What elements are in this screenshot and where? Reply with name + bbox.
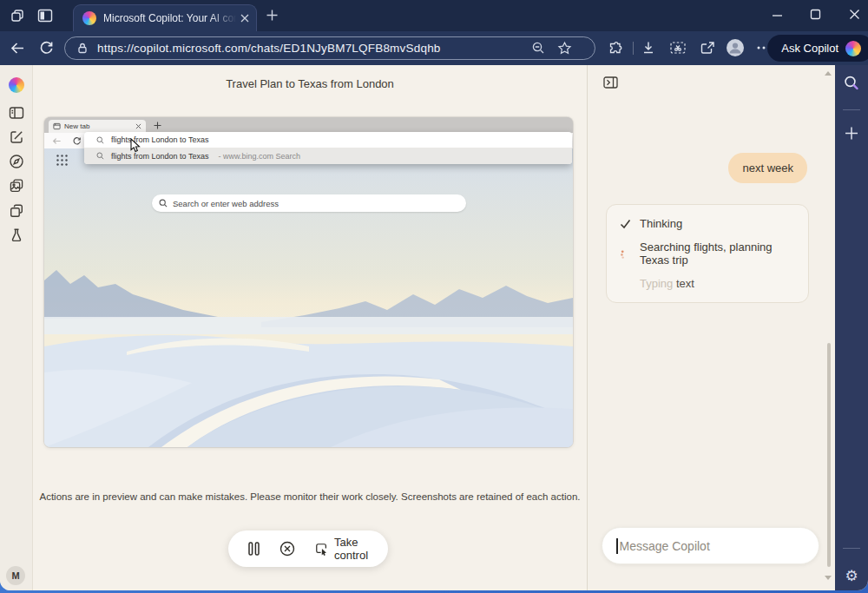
sidebar-add-icon[interactable] (845, 126, 859, 141)
take-control-cursor-icon (315, 542, 328, 557)
new-tab-button[interactable] (266, 9, 279, 22)
edge-sidebar-rail: ⚙ (835, 65, 868, 590)
share-icon[interactable] (700, 40, 716, 56)
vm-suggestion-text: flights from London to Texas (111, 152, 208, 161)
labs-flask-icon[interactable] (9, 227, 24, 243)
profile-avatar-icon[interactable] (726, 38, 745, 57)
check-icon (619, 219, 631, 229)
browser-tab[interactable]: Microsoft Copilot: Your AI compan (73, 4, 257, 31)
task-row-thinking: Thinking (607, 212, 808, 235)
ask-copilot-button[interactable]: Ask Copilot (767, 35, 868, 62)
task-row-searching: Searching flights, planning Texas trip (607, 235, 808, 272)
address-bar[interactable]: https://copilot.microsoft.com/chats/ED1N… (64, 36, 595, 60)
vm-search-query: flights from London to Texas (111, 135, 208, 144)
vm-tab[interactable]: New tab (49, 120, 146, 133)
vm-tab-favicon (53, 122, 61, 130)
back-icon[interactable] (10, 40, 26, 56)
text-caret (616, 538, 618, 554)
task-thinking-label: Thinking (640, 217, 682, 230)
vm-search-input-row[interactable]: flights from London to Texas (84, 132, 572, 148)
favorite-star-icon[interactable] (557, 41, 572, 56)
copilot-home-icon[interactable] (9, 77, 24, 93)
maximize-button[interactable] (809, 8, 822, 21)
spinner-icon (619, 248, 631, 260)
minimize-button[interactable] (771, 9, 784, 22)
vm-search-icon (159, 199, 168, 208)
lock-icon (76, 42, 89, 55)
main-content: Travel Plan to Texas from London New tab (33, 65, 587, 590)
vm-tab-close-icon[interactable] (135, 123, 141, 129)
open-panel-icon[interactable] (603, 76, 618, 89)
url-text: https://copilot.microsoft.com/chats/ED1N… (97, 42, 441, 55)
vm-new-tab-page: Search or enter web address (44, 148, 573, 447)
copilot-favicon (82, 11, 96, 25)
preview-disclaimer: Actions are in preview and can make mist… (33, 491, 587, 502)
browser-titlebar: Microsoft Copilot: Your AI compan (0, 0, 868, 31)
discover-compass-icon[interactable] (9, 154, 24, 169)
message-copilot-input[interactable]: Message Copilot (602, 527, 819, 564)
tab-title: Microsoft Copilot: Your AI compan (103, 12, 240, 24)
rail-divider-bottom (843, 548, 860, 549)
ask-copilot-label: Ask Copilot (781, 42, 838, 55)
mouse-cursor (130, 138, 141, 153)
computer-use-viewport[interactable]: New tab (44, 117, 573, 447)
pages-icon[interactable] (9, 203, 24, 219)
image-gallery-icon[interactable] (9, 178, 24, 194)
refresh-icon[interactable] (38, 40, 55, 56)
page-title: Travel Plan to Texas from London (33, 77, 587, 90)
vm-apps-grid-icon[interactable] (56, 154, 69, 167)
task-row-typing: Typing text (607, 272, 808, 295)
agent-control-bar: Take control (228, 530, 388, 567)
user-message-bubble[interactable]: next week (728, 153, 807, 183)
download-icon[interactable] (641, 40, 656, 56)
vertical-tabs-icon[interactable] (36, 7, 54, 24)
rail-divider-top (843, 109, 860, 110)
scrollbar-up-arrow[interactable] (825, 71, 832, 76)
copilot-left-rail: M (0, 65, 33, 590)
vm-search-dropdown: flights from London to Texas flights fro… (84, 132, 572, 164)
stop-button[interactable] (279, 541, 295, 557)
sidebar-search-icon[interactable] (844, 75, 860, 91)
screenshot-icon[interactable] (669, 40, 687, 56)
agent-task-card: Thinking Searching flights, planning Tex… (606, 204, 809, 303)
task-typing-suffix: text (673, 277, 694, 290)
user-avatar[interactable]: M (6, 566, 25, 585)
vm-new-tab-icon[interactable] (154, 122, 161, 129)
browser-toolbar: https://copilot.microsoft.com/chats/ED1N… (0, 31, 868, 65)
take-control-label: Take control (334, 536, 388, 562)
vm-query-search-icon (96, 136, 104, 144)
chat-panel: next week Thinking Searching flights, pl… (587, 65, 835, 590)
vm-search-bar[interactable]: Search or enter web address (152, 194, 466, 212)
vm-refresh-icon[interactable] (72, 136, 82, 146)
scrollbar-thumb[interactable] (827, 343, 831, 567)
vm-tabstrip: New tab (44, 117, 573, 133)
workspaces-icon[interactable] (9, 7, 26, 24)
new-chat-icon[interactable] (9, 129, 24, 145)
take-control-button[interactable]: Take control (315, 536, 388, 562)
zoom-icon[interactable] (531, 41, 546, 56)
tab-close-icon[interactable] (240, 14, 249, 23)
desert-landscape-image (44, 148, 573, 447)
settings-gear-icon[interactable]: ⚙ (845, 569, 858, 583)
close-button[interactable] (848, 8, 861, 21)
task-typing-prefix: Typing (640, 277, 673, 290)
toolbar-divider (633, 42, 634, 55)
user-message-text: next week (742, 161, 793, 175)
task-searching-label: Searching flights, planning Texas trip (640, 240, 796, 267)
vm-search-placeholder: Search or enter web address (173, 199, 279, 208)
extensions-icon[interactable] (608, 41, 623, 56)
scrollbar-down-arrow[interactable] (825, 576, 832, 580)
toggle-sidebar-icon[interactable] (9, 105, 24, 121)
copilot-logo-icon (845, 41, 861, 56)
avatar-letter: M (11, 570, 19, 581)
vm-suggestion-row[interactable]: flights from London to Texas - www.bing.… (84, 148, 572, 164)
pause-button[interactable] (248, 542, 260, 556)
message-input-placeholder: Message Copilot (620, 539, 710, 553)
edge-browser-window: Microsoft Copilot: Your AI compan (0, 0, 868, 590)
vm-back-icon[interactable] (52, 136, 62, 146)
vm-tab-label: New tab (64, 122, 132, 130)
vm-suggestion-search-icon (96, 152, 104, 160)
vm-suggestion-source: - www.bing.com Search (218, 152, 300, 161)
